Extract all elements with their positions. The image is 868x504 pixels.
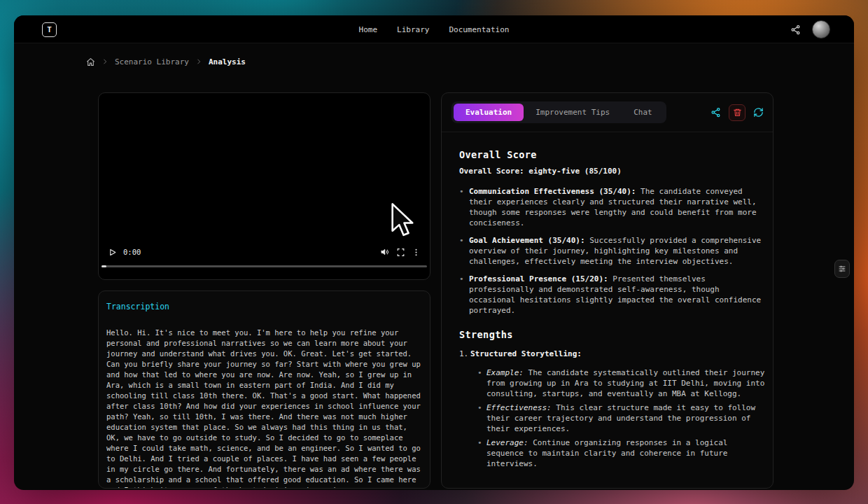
volume-icon[interactable] bbox=[380, 247, 390, 257]
navbar-right bbox=[790, 15, 830, 43]
fullscreen-icon[interactable] bbox=[396, 248, 405, 257]
video-controls: 0:00 bbox=[99, 243, 430, 261]
transcription-panel: Transcription Hello. Hi. It's nice to me… bbox=[98, 290, 430, 489]
overall-score-line: Overall Score: eighty-five (85/100) bbox=[459, 167, 766, 176]
nav-item-home[interactable]: Home bbox=[359, 25, 378, 34]
transcription-text: Hello. Hi. It's nice to meet you. I'm he… bbox=[106, 328, 422, 489]
top-navbar: T Home Library Documentation bbox=[14, 15, 854, 43]
play-icon[interactable] bbox=[108, 248, 117, 257]
left-column: 0:00 bbox=[98, 92, 430, 489]
panel-toggle-button[interactable] bbox=[834, 260, 850, 278]
strength-point-leverage: • Leverage: Continue organizing response… bbox=[477, 438, 766, 469]
panel-actions bbox=[710, 104, 764, 121]
point-label: Leverage: bbox=[486, 438, 528, 447]
criterion-label: Goal Achievement (35/40): bbox=[469, 236, 585, 245]
strength-item-title: 1. Structured Storytelling: bbox=[459, 349, 766, 358]
strengths-section: Strengths 1. Structured Storytelling: • … bbox=[459, 329, 766, 469]
bullet-marker: • bbox=[477, 368, 486, 399]
strength-points-list: • Example: The candidate systematically … bbox=[477, 368, 766, 469]
sliders-icon bbox=[838, 265, 846, 273]
criterion-label: Professional Presence (15/20): bbox=[469, 274, 608, 284]
criterion-goal-achievement: • Goal Achievement (35/40): Successfully… bbox=[459, 235, 766, 267]
nav-item-library[interactable]: Library bbox=[397, 25, 429, 34]
app-logo-letter: T bbox=[47, 25, 52, 34]
share-analysis-icon[interactable] bbox=[710, 107, 721, 118]
bullet-marker: • bbox=[459, 186, 469, 228]
bullet-marker: • bbox=[477, 402, 486, 434]
strength-number: 1. bbox=[459, 349, 470, 358]
chevron-right-icon bbox=[195, 58, 202, 65]
nav-item-documentation[interactable]: Documentation bbox=[449, 25, 509, 34]
tab-evaluation[interactable]: Evaluation bbox=[454, 104, 524, 121]
video-current-time: 0:00 bbox=[123, 248, 141, 256]
video-player[interactable]: 0:00 bbox=[98, 92, 430, 280]
breadcrumb-scenario-library[interactable]: Scenario Library bbox=[115, 57, 189, 66]
tab-improvement-tips[interactable]: Improvement Tips bbox=[524, 104, 622, 121]
bullet-marker: • bbox=[477, 438, 486, 469]
overall-score-heading: Overall Score bbox=[459, 149, 766, 160]
more-options-icon[interactable] bbox=[412, 248, 421, 257]
delete-icon[interactable] bbox=[729, 104, 746, 121]
app-window: T Home Library Documentation bbox=[14, 15, 854, 490]
analysis-panel-header: Evaluation Improvement Tips Chat bbox=[442, 93, 773, 132]
bullet-marker: • bbox=[459, 235, 469, 267]
main-nav: Home Library Documentation bbox=[359, 15, 510, 43]
criterion-professional-presence: • Professional Presence (15/20): Present… bbox=[459, 274, 766, 316]
breadcrumb-current: Analysis bbox=[209, 57, 246, 66]
criterion-communication: • Communication Effectiveness (35/40): T… bbox=[459, 186, 766, 228]
criteria-list: • Communication Effectiveness (35/40): T… bbox=[459, 186, 766, 316]
home-icon[interactable] bbox=[86, 57, 95, 66]
strength-point-example: • Example: The candidate systematically … bbox=[477, 368, 766, 399]
chevron-right-icon bbox=[102, 58, 108, 65]
tab-chat[interactable]: Chat bbox=[622, 104, 664, 121]
strength-title-text: Structured Storytelling: bbox=[470, 349, 582, 358]
point-label: Example: bbox=[486, 368, 524, 377]
app-logo[interactable]: T bbox=[42, 22, 57, 37]
share-icon[interactable] bbox=[790, 24, 801, 35]
transcription-title: Transcription bbox=[106, 302, 422, 312]
strength-point-effectiveness: • Effectiveness: This clear structure ma… bbox=[477, 402, 766, 434]
user-avatar[interactable] bbox=[812, 20, 830, 38]
breadcrumb: Scenario Library Analysis bbox=[86, 56, 246, 67]
video-seekbar[interactable] bbox=[102, 265, 427, 267]
analysis-panel: Evaluation Improvement Tips Chat bbox=[441, 92, 774, 489]
desktop-background: T Home Library Documentation bbox=[0, 0, 868, 504]
point-text: The candidate systematically outlined th… bbox=[486, 368, 764, 398]
criterion-label: Communication Effectiveness (35/40): bbox=[469, 187, 636, 196]
point-label: Effectiveness: bbox=[486, 403, 552, 412]
video-seekbar-progress bbox=[102, 265, 106, 267]
tab-bar: Evaluation Improvement Tips Chat bbox=[451, 102, 666, 123]
evaluation-content: Overall Score Overall Score: eighty-five… bbox=[442, 132, 773, 469]
refresh-icon[interactable] bbox=[753, 107, 764, 118]
strengths-heading: Strengths bbox=[459, 329, 766, 340]
bullet-marker: • bbox=[459, 274, 469, 316]
